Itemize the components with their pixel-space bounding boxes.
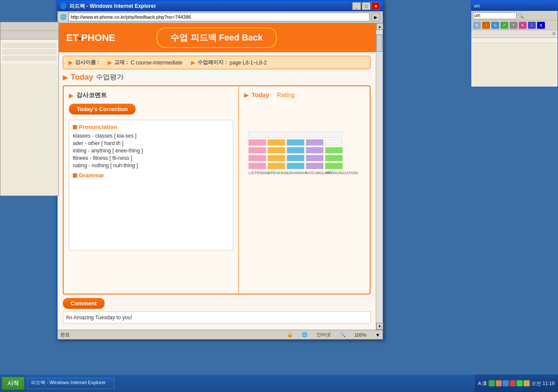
status-zone: 인터넷 <box>316 331 331 338</box>
taskbar: 시작 피드백 - Windows Internet Explorer A 漢 오… <box>0 375 558 392</box>
rb-scroll-area <box>471 38 558 43</box>
book-label: 교재 : <box>114 59 128 66</box>
rb-icon-4[interactable]: ✓ <box>500 22 508 29</box>
rb-title-bar: um <box>471 0 558 11</box>
scroll-track[interactable] <box>376 30 383 323</box>
pron-square-icon <box>73 125 77 129</box>
today-rest: 수업평가 <box>96 73 124 82</box>
bar-seg-s4 <box>268 163 285 169</box>
rb-search-input[interactable] <box>473 12 517 19</box>
taskbar-time: 오전 11:19 <box>531 380 555 387</box>
status-text: 완료 <box>60 331 70 338</box>
info-bar: ▶ 강사이름 : ▶ 교재 : C course-Intermediate ▶ … <box>63 56 371 69</box>
rating-dot-icon: ▶ <box>244 91 249 98</box>
status-security-icon: 🔒 <box>287 332 293 338</box>
scroll-thumb[interactable] <box>376 34 382 52</box>
et-header: ET-PHONE 수업 피드백 Feed Back <box>58 23 376 52</box>
chart-col-grammar: GRAMMAR <box>287 108 304 175</box>
gram-square-icon <box>73 173 77 178</box>
pron-item-2: ader - other [ hard th ] <box>73 140 229 146</box>
close-button[interactable]: ✕ <box>371 2 380 10</box>
grammar-title-text: Grammar <box>79 172 104 179</box>
pron-item-4: fitnees - fitness [ fit-ness ] <box>73 155 229 161</box>
bar-seg-g4 <box>287 163 304 169</box>
scroll-up-button[interactable]: ▲ <box>376 23 383 30</box>
taskbar-task-browser[interactable]: 피드백 - Windows Internet Explorer <box>27 378 114 389</box>
pronunciation-title-text: Pronunciation <box>79 124 117 130</box>
page-value: page L8-1~L8-2 <box>230 60 267 66</box>
grammar-title: Grammar <box>73 172 229 179</box>
bar-seg-l2 <box>248 147 266 153</box>
today-dot-icon: ▶ <box>63 73 68 81</box>
bar-seg-s3 <box>268 155 285 161</box>
rb-close-icon[interactable]: ✕ <box>552 31 556 37</box>
left-panel-dot: ▶ <box>69 92 74 99</box>
tray-icons <box>489 380 530 386</box>
maximize-button[interactable]: □ <box>362 2 371 10</box>
browser-content: ET-PHONE 수업 피드백 Feed Back ▶ 강사이름 : ▶ 교재 … <box>58 23 376 330</box>
right-browser-window: um 🔍 B i G ✓ T K i B ✕ <box>471 0 558 87</box>
bar-seg-g3 <box>287 155 304 161</box>
bar-seg-g2 <box>287 147 304 153</box>
chart-col-speaking: SPEAKING <box>268 108 285 175</box>
comment-button[interactable]: Comment <box>63 298 105 309</box>
bar-stack-speaking <box>268 108 285 169</box>
browser-favicon: 🌐 <box>60 3 67 9</box>
rb-icon-7[interactable]: i <box>528 22 536 29</box>
bar-seg-p2 <box>325 155 343 161</box>
status-zoom: 100% <box>354 332 367 338</box>
rb-icon-1[interactable]: B <box>473 22 481 29</box>
bar-seg-s1 <box>268 139 285 145</box>
lp-content <box>0 40 58 64</box>
browser-title-bar: 🌐 피드백 - Windows Internet Explorer _ □ ✕ <box>58 1 383 11</box>
info-item-page: ▶ 수업페이지 : page L8-1~L8-2 <box>191 59 266 66</box>
rb-icon-8[interactable]: B <box>537 22 545 29</box>
start-button[interactable]: 시작 <box>2 377 24 390</box>
rb-icon-2[interactable]: i <box>482 22 490 29</box>
left-partial-window <box>0 22 59 196</box>
bar-stack-pronunciation <box>325 108 343 169</box>
chart-label-listening: LISTENING <box>248 171 266 175</box>
header-title-box: 수업 피드백 Feed Back <box>157 27 276 48</box>
address-input[interactable] <box>68 13 370 21</box>
rb-icon-5[interactable]: T <box>510 22 517 29</box>
scroll-down-button[interactable]: ▼ <box>376 323 383 330</box>
status-zoom-dropdown[interactable]: ▼ <box>375 332 380 338</box>
info-item-book: ▶ 교재 : C course-Intermediate <box>108 59 182 66</box>
rating-title: ▶ Today Rating <box>244 91 364 98</box>
comment-text: An Amazing Tuesday to you! <box>63 311 371 324</box>
bar-empty-5a <box>325 132 343 138</box>
lp-item-2 <box>2 49 57 54</box>
rb-icon-6[interactable]: K <box>519 22 527 29</box>
rating-today: Today <box>252 91 269 98</box>
bar-empty-2 <box>268 132 285 138</box>
correction-button[interactable]: Today's Correction <box>69 104 136 115</box>
today-word: Today <box>71 73 93 82</box>
taskbar-language: A 漢 <box>478 380 487 387</box>
bar-seg-v1 <box>306 139 323 145</box>
rb-close-bar: ✕ <box>471 30 558 38</box>
pron-item-3: initing - anything [ enee-thing ] <box>73 148 229 154</box>
left-panel-label: 강사코멘트 <box>76 91 107 99</box>
chart-label-speaking: SPEAKING <box>268 171 285 175</box>
left-panel-title: ▶ 강사코멘트 <box>69 91 233 99</box>
bar-stack-listening <box>248 108 266 169</box>
minimize-button[interactable]: _ <box>352 2 361 10</box>
go-button[interactable]: ▶ <box>371 13 380 21</box>
chart-col-vocabulary: VOCABULARY <box>306 108 323 175</box>
chart-col-pronunciation: PRONUNCIATION <box>325 108 343 175</box>
chart-label-grammar: GRAMMAR <box>287 171 304 175</box>
lp-item-3 <box>2 56 57 61</box>
chart-label-vocabulary: VOCABULARY <box>306 171 323 175</box>
bar-empty-1 <box>248 132 266 138</box>
browser-title-text: 피드백 - Windows Internet Explorer <box>69 3 156 10</box>
address-icon: 🌐 <box>60 14 67 20</box>
main-content-box: ▶ 강사코멘트 Today's Correction Pronunciation… <box>63 85 371 294</box>
bar-seg-s2 <box>268 147 285 153</box>
bar-seg-g1 <box>287 139 304 145</box>
info-arrow-3: ▶ <box>191 60 195 66</box>
right-panel: ▶ Today Rating <box>239 86 370 294</box>
rb-search-icon[interactable]: 🔍 <box>517 13 524 19</box>
rb-icon-3[interactable]: G <box>491 22 499 29</box>
today-title: ▶ Today 수업평가 <box>63 73 371 82</box>
